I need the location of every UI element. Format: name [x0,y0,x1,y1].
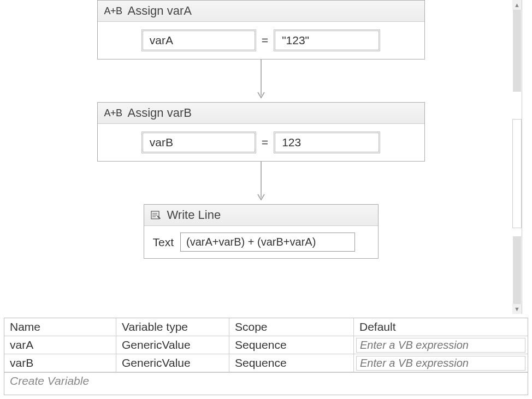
variable-scope-cell[interactable]: Sequence [229,336,354,354]
writeline-activity[interactable]: Write Line Text (varA+varB) + (varB+varA… [144,204,379,259]
assign-to-input[interactable]: varA [141,29,256,51]
assign-activity-vara[interactable]: A+B Assign varA varA = "123" [97,0,425,59]
sequence-arrow [256,59,267,102]
writeline-text-input[interactable]: (varA+varB) + (varB+varA) [180,233,355,252]
assign-icon: A+B [104,108,122,119]
variable-name-cell[interactable]: varA [4,336,116,354]
variable-type-cell[interactable]: GenericValue [116,354,229,372]
activity-title: Assign varB [128,106,192,120]
assign-to-input[interactable]: varB [141,132,256,153]
assign-icon: A+B [104,5,122,17]
activity-header: A+B Assign varB [98,103,424,124]
activity-header: Write Line [144,205,378,226]
create-variable-link[interactable]: Create Variable [4,372,528,389]
assign-value-input[interactable]: "123" [274,29,380,51]
variable-default-input[interactable] [356,338,525,353]
column-header-default[interactable]: Default [354,318,528,336]
scrollbar-thumb[interactable] [513,10,521,92]
scroll-down-arrow-icon[interactable]: ▼ [512,304,522,314]
variable-default-input[interactable] [356,356,525,371]
sequence-arrow [256,162,267,204]
writeline-icon [151,210,162,221]
variable-type-cell[interactable]: GenericValue [116,336,229,354]
activity-title: Assign varA [128,4,192,18]
writeline-text-label: Text [153,236,174,249]
column-header-type[interactable]: Variable type [116,318,229,336]
assign-value-input[interactable]: 123 [274,132,380,153]
scroll-up-arrow-icon[interactable]: ▲ [512,0,522,10]
vertical-scrollbar[interactable]: ▲ ▼ [512,0,522,314]
column-header-name[interactable]: Name [4,318,116,336]
variable-row[interactable]: varA GenericValue Sequence [4,336,528,354]
variable-default-cell[interactable] [354,354,528,372]
variable-row[interactable]: varB GenericValue Sequence [4,354,528,372]
activity-header: A+B Assign varA [98,1,424,22]
workflow-canvas[interactable]: A+B Assign varA varA = "123" A+B Assign … [0,0,522,314]
variable-scope-cell[interactable]: Sequence [229,354,354,372]
activity-title: Write Line [167,208,221,222]
scrollbar-track[interactable] [512,10,522,304]
column-header-scope[interactable]: Scope [229,318,354,336]
scrollbar-thumb[interactable] [512,119,522,228]
scrollbar-thumb[interactable] [513,236,521,304]
variables-header-row: Name Variable type Scope Default [4,318,528,336]
variables-panel: Name Variable type Scope Default varA Ge… [4,318,528,395]
variable-name-cell[interactable]: varB [4,354,116,372]
assign-activity-varb[interactable]: A+B Assign varB varB = 123 [97,102,425,162]
equals-label: = [261,34,269,47]
equals-label: = [261,136,269,149]
variable-default-cell[interactable] [354,336,528,354]
